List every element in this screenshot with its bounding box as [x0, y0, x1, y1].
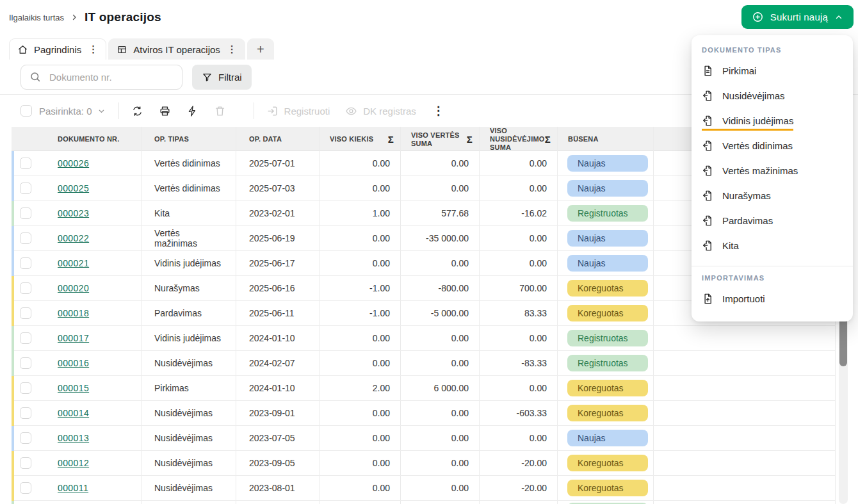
document-type-icon: [702, 65, 714, 77]
sum-icon[interactable]: Σ: [545, 134, 551, 145]
total-depreciation-cell: 0.00: [479, 176, 557, 200]
row-checkbox-cell: [12, 426, 50, 450]
document-link[interactable]: 000020: [58, 283, 89, 293]
refresh-button[interactable]: [131, 105, 143, 117]
row-checkbox[interactable]: [20, 457, 31, 469]
row-checkbox[interactable]: [20, 282, 31, 294]
row-checkbox[interactable]: [20, 183, 31, 194]
header-total-qty[interactable]: VISO KIEKIS Σ: [319, 127, 400, 152]
header-total-value[interactable]: VISO VERTĖS SUMA Σ: [400, 127, 479, 152]
header-total-depreciation-label: VISO NUSIDĖVĖJIMO SUMA: [490, 127, 544, 152]
sum-icon[interactable]: Σ: [388, 134, 394, 145]
row-checkbox[interactable]: [20, 382, 31, 394]
row-checkbox-cell: [12, 301, 50, 325]
status-cell: Naujas: [557, 251, 653, 275]
document-link[interactable]: 000012: [58, 458, 89, 468]
op-date-cell: 2023-09-05: [236, 451, 319, 475]
grid-icon: [117, 44, 127, 55]
total-depreciation-cell: 0.00: [479, 226, 557, 250]
create-new-button[interactable]: Sukurti naują: [741, 5, 854, 29]
dropdown-menu-item[interactable]: Vertės didinimas: [692, 135, 853, 160]
row-checkbox[interactable]: [20, 482, 31, 494]
op-type-cell: Pirkimas: [141, 376, 236, 400]
selected-count-label: Pasirinkta: 0: [39, 106, 92, 117]
header-document-nr[interactable]: DOKUMENTO NR.: [50, 127, 141, 152]
header-total-depreciation[interactable]: VISO NUSIDĖVĖJIMO SUMA Σ: [479, 127, 557, 152]
add-tab-button[interactable]: +: [247, 38, 274, 60]
dropdown-menu-item[interactable]: Vidinis judėjimas: [692, 110, 853, 135]
row-checkbox-cell: [12, 401, 50, 425]
total-qty-cell: 0.00: [319, 476, 400, 500]
dropdown-menu-item[interactable]: Vertės mažinimas: [692, 160, 853, 185]
row-checkbox[interactable]: [20, 307, 31, 319]
dropdown-item-label: Vertės mažinimas: [722, 165, 798, 176]
tab-main-menu-icon[interactable]: ⋮: [87, 44, 98, 55]
header-status[interactable]: BŪSENA: [557, 127, 653, 152]
tab-main[interactable]: Pagrindinis ⋮: [9, 38, 106, 60]
op-type-cell: Vertės mažinimas: [141, 226, 236, 250]
toolbar-more-menu-icon[interactable]: ⋮: [433, 104, 444, 118]
dk-register-label: DK registras: [363, 106, 416, 117]
document-link[interactable]: 000014: [58, 408, 89, 418]
select-all-checkbox[interactable]: [20, 105, 32, 117]
op-date-cell: 2025-06-19: [236, 226, 319, 250]
dropdown-menu-item[interactable]: Nurašymas: [692, 185, 853, 210]
status-badge: Koreguotas: [567, 305, 648, 321]
print-button[interactable]: [159, 105, 171, 117]
breadcrumb-parent-link[interactable]: Ilgalaikis turtas: [9, 13, 64, 22]
document-type-icon: [702, 165, 714, 177]
search-input[interactable]: [20, 65, 182, 90]
tab-open-operations[interactable]: Atviros IT operacijos ⋮: [108, 38, 245, 60]
status-cell: Naujas: [557, 176, 653, 200]
document-nr-cell: 000022: [50, 226, 141, 250]
tab-open-operations-menu-icon[interactable]: ⋮: [226, 44, 237, 55]
document-link[interactable]: 000011: [58, 483, 88, 493]
document-link[interactable]: 000021: [58, 258, 89, 268]
document-link[interactable]: 000013: [58, 433, 89, 443]
document-link[interactable]: 000016: [58, 358, 89, 368]
dropdown-menu-item[interactable]: Kita: [692, 235, 853, 260]
chevron-down-icon[interactable]: [97, 106, 106, 116]
document-link[interactable]: 000022: [58, 233, 89, 243]
register-button[interactable]: Registruoti: [266, 105, 330, 117]
op-type-cell: Vidinis judėjimas: [141, 251, 236, 275]
document-nr-cell: 000017: [50, 326, 141, 350]
dk-register-button[interactable]: DK registras: [345, 105, 416, 117]
filler-cell: [653, 401, 835, 425]
row-checkbox[interactable]: [20, 357, 31, 369]
document-link[interactable]: 000018: [58, 308, 89, 318]
row-checkbox[interactable]: [20, 232, 31, 244]
row-checkbox[interactable]: [20, 432, 31, 444]
plus-circle-icon: [752, 11, 764, 23]
table-row-partial: [12, 501, 835, 504]
row-checkbox[interactable]: [20, 207, 31, 219]
status-cell: Registruotas: [557, 201, 653, 225]
filters-button[interactable]: Filtrai: [192, 65, 252, 90]
document-link[interactable]: 000026: [58, 158, 89, 168]
row-checkbox[interactable]: [20, 158, 31, 169]
dropdown-import-item[interactable]: Importuoti: [692, 288, 853, 313]
total-qty-cell: 0.00: [319, 226, 400, 250]
op-type-cell: Nusidėvėjimas: [141, 401, 236, 425]
register-label: Registruoti: [284, 106, 330, 117]
header-total-value-label: VISO VERTĖS SUMA: [411, 131, 466, 148]
document-link[interactable]: 000015: [58, 383, 89, 393]
row-checkbox-cell: [12, 376, 50, 400]
sum-icon[interactable]: Σ: [467, 134, 473, 145]
table-row: 000013 Nusidėvėjimas 2023-07-05 0.00 0.0…: [12, 426, 835, 451]
dropdown-menu-item[interactable]: Nusidėvėjimas: [692, 85, 853, 110]
document-link[interactable]: 000025: [58, 183, 89, 193]
row-checkbox[interactable]: [20, 332, 31, 344]
dropdown-menu-item[interactable]: Pirkimai: [692, 60, 853, 85]
document-link[interactable]: 000023: [58, 208, 89, 218]
dropdown-menu-item[interactable]: Pardavimas: [692, 210, 853, 235]
header-op-date[interactable]: OP. DATA: [236, 127, 319, 152]
row-checkbox[interactable]: [20, 257, 31, 269]
status-badge: Naujas: [567, 180, 648, 197]
row-checkbox[interactable]: [20, 407, 31, 419]
delete-button[interactable]: [214, 105, 226, 117]
header-op-type[interactable]: OP. TIPAS: [141, 127, 236, 152]
actions-button[interactable]: [186, 105, 198, 117]
document-link[interactable]: 000017: [58, 333, 89, 343]
filler-cell: [653, 426, 835, 450]
